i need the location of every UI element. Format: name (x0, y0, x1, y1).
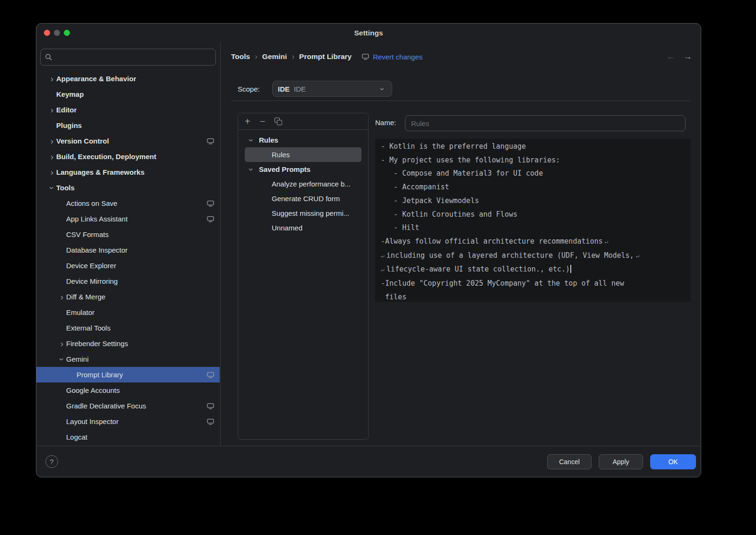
prompt-group-saved-prompts[interactable]: ›Saved Prompts (245, 162, 361, 177)
prompt-item-generate-crud-form[interactable]: Generate CRUD form (245, 191, 361, 206)
sidebar-item-firebender-settings[interactable]: ›Firebender Settings (36, 336, 220, 351)
copy-prompt-button[interactable] (275, 118, 282, 125)
back-arrow-icon[interactable]: ← (666, 52, 675, 61)
chevron-down-icon[interactable]: › (247, 165, 256, 174)
sidebar-item-actions-on-save[interactable]: ›Actions on Save (36, 195, 220, 211)
code-line-9: ↵including use of a layered architecture… (381, 249, 685, 263)
breadcrumb-separator: › (255, 52, 258, 61)
revert-changes[interactable]: Revert changes (362, 53, 422, 61)
sidebar-item-gemini[interactable]: ›Gemini (36, 351, 220, 367)
help-button[interactable]: ? (45, 455, 58, 468)
scope-label: Scope: (238, 85, 260, 93)
code-text: including use of a layered architecture … (387, 251, 634, 260)
sidebar-item-label: Firebender Settings (66, 340, 128, 348)
chevron-down-icon[interactable]: › (58, 355, 66, 364)
breadcrumb-part-gemini[interactable]: Gemini (262, 52, 287, 61)
scope-badge: IDE (278, 85, 290, 93)
sidebar-item-languages-frameworks[interactable]: ›Languages & Frameworks (36, 164, 220, 180)
code-line-6: - Kotlin Coroutines and Flows (381, 208, 685, 221)
sidebar-item-label: Database Inspector (66, 246, 128, 254)
soft-wrap-icon: ↵ (636, 252, 640, 259)
code-line-7: - Hilt (381, 221, 685, 235)
soft-wrap-icon: ↵ (381, 252, 385, 259)
sidebar-item-device-mirroring[interactable]: ›Device Mirroring (36, 273, 220, 289)
ide-scope-icon (207, 200, 214, 207)
sidebar-item-logcat[interactable]: ›Logcat (36, 429, 220, 445)
sidebar-item-google-accounts[interactable]: ›Google Accounts (36, 382, 220, 398)
sidebar-item-diff-merge[interactable]: ›Diff & Merge (36, 289, 220, 305)
prompt-name-label: Name: (375, 119, 396, 127)
code-text: -Always follow official architecture rec… (381, 237, 603, 246)
revert-changes-link[interactable]: Revert changes (373, 53, 422, 61)
prompt-group-rules[interactable]: ›Rules (245, 133, 361, 147)
add-prompt-button[interactable]: + (245, 117, 250, 126)
prompt-item-label: Analyze performance b... (272, 180, 351, 188)
sidebar-item-database-inspector[interactable]: ›Database Inspector (36, 242, 220, 258)
sidebar-item-keymap[interactable]: ›Keymap (36, 86, 220, 102)
sidebar-item-label: Appearance & Behavior (56, 75, 136, 83)
sidebar-item-external-tools[interactable]: ›External Tools (36, 320, 220, 336)
zoom-window-button[interactable] (64, 30, 70, 36)
chevron-right-icon[interactable]: › (48, 137, 56, 145)
code-text: - Hilt (381, 223, 419, 232)
footer: ? Cancel Apply OK (36, 446, 701, 477)
chevron-right-icon[interactable]: › (58, 340, 66, 348)
sidebar-item-plugins[interactable]: ›Plugins (36, 118, 220, 133)
divider (231, 101, 690, 101)
code-line-8: -Always follow official architecture rec… (381, 235, 685, 249)
window-title: Settings (354, 29, 383, 37)
prompt-item-label: Generate CRUD form (272, 195, 340, 203)
sidebar-item-csv-formats[interactable]: ›CSV Formats (36, 227, 220, 242)
sidebar-item-version-control[interactable]: ›Version Control (36, 133, 220, 149)
chevron-down-icon[interactable]: › (247, 136, 256, 144)
chevron-right-icon[interactable]: › (58, 293, 66, 301)
chevron-right-icon[interactable]: › (48, 153, 56, 161)
cancel-button[interactable]: Cancel (547, 454, 592, 469)
chevron-right-icon[interactable]: › (48, 168, 56, 177)
sidebar-item-device-explorer[interactable]: ›Device Explorer (36, 258, 220, 273)
prompt-item-suggest-missing-permi[interactable]: Suggest missing permi... (245, 206, 361, 221)
chevron-right-icon[interactable]: › (48, 75, 56, 83)
prompt-group-label: Saved Prompts (259, 165, 310, 173)
code-text: - Kotlin Coroutines and Flows (381, 210, 517, 219)
sidebar-item-label: App Links Assistant (66, 215, 128, 223)
sidebar-item-label: CSV Formats (66, 230, 109, 238)
search-icon (45, 53, 52, 61)
sidebar-item-app-links-assistant[interactable]: ›App Links Assistant (36, 211, 220, 227)
sidebar-item-gradle-declarative-focus[interactable]: ›Gradle Declarative Focus (36, 398, 220, 414)
minimize-window-button[interactable] (54, 30, 60, 36)
sidebar-item-appearance-behavior[interactable]: ›Appearance & Behavior (36, 71, 220, 86)
sidebar-item-label: Google Accounts (66, 386, 120, 394)
prompt-item-rules[interactable]: Rules (245, 147, 361, 162)
settings-search-box[interactable] (40, 49, 216, 66)
traffic-lights (44, 30, 70, 36)
prompt-text-editor[interactable]: - Kotlin is the preferred language- My p… (375, 139, 690, 302)
footer-buttons: Cancel Apply OK (547, 454, 696, 469)
breadcrumb-part-prompt-library[interactable]: Prompt Library (299, 52, 352, 61)
code-line-3: - Compose and Material3 for UI code (381, 167, 685, 180)
scope-value: IDE (294, 85, 306, 93)
sidebar-item-tools[interactable]: ›Tools (36, 180, 220, 195)
sidebar-item-emulator[interactable]: ›Emulator (36, 305, 220, 320)
prompt-list-panel: + − ›RulesRules›Saved PromptsAnalyze per… (238, 113, 369, 440)
sidebar-item-label: Layout Inspector (66, 417, 119, 425)
prompt-item-unnamed[interactable]: Unnamed (245, 221, 361, 235)
sidebar-item-prompt-library[interactable]: ›Prompt Library (36, 367, 220, 382)
apply-button[interactable]: Apply (599, 454, 643, 469)
prompt-item-label: Suggest missing permi... (272, 209, 349, 217)
prompt-item-analyze-performance-b[interactable]: Analyze performance b... (245, 177, 361, 191)
sidebar-item-layout-inspector[interactable]: ›Layout Inspector (36, 414, 220, 429)
close-window-button[interactable] (44, 30, 50, 36)
sidebar-item-build-execution-deployment[interactable]: ›Build, Execution, Deployment (36, 149, 220, 164)
search-input[interactable] (56, 53, 211, 61)
breadcrumb-part-tools[interactable]: Tools (231, 52, 250, 61)
chevron-right-icon[interactable]: › (48, 106, 56, 114)
prompt-name-input[interactable] (405, 115, 686, 131)
chevron-down-icon[interactable]: › (48, 184, 56, 192)
forward-arrow-icon[interactable]: → (683, 52, 692, 61)
remove-prompt-button[interactable]: − (260, 117, 266, 126)
ok-button[interactable]: OK (650, 454, 696, 469)
scope-dropdown[interactable]: IDE IDE › (272, 81, 392, 97)
titlebar[interactable]: Settings (36, 24, 701, 42)
sidebar-item-editor[interactable]: ›Editor (36, 102, 220, 118)
